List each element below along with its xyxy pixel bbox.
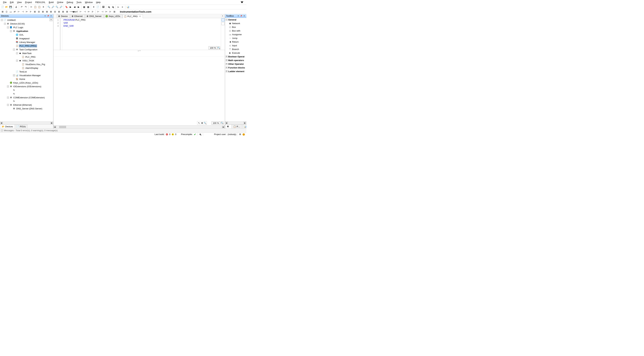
fbd-btn-13[interactable]: ⊞	[49, 10, 53, 13]
fbd-btn-23[interactable]: ⊩	[91, 10, 94, 13]
status-icon-a[interactable]: ⚙	[239, 133, 241, 136]
code-body[interactable]: PROGRAM PLC_PRGVAREND_VAR	[62, 18, 221, 50]
tree-node[interactable]: 🌐GVL	[0, 33, 53, 36]
tree-expand-icon[interactable]: −	[7, 104, 9, 106]
editor-scroll-thumb[interactable]	[59, 126, 66, 128]
code-line[interactable]: END_VAR	[64, 24, 220, 27]
login-button[interactable]: 🔌	[107, 5, 111, 9]
find-button[interactable]: 🔍	[47, 5, 51, 9]
tree-node[interactable]: −🖥COMExtension (COMExtension)	[0, 96, 53, 99]
redo-button[interactable]: ↷	[24, 5, 28, 9]
fbd-btn-20[interactable]: ⊢	[79, 10, 82, 13]
zoom-level-top[interactable]: 100 %	[208, 46, 217, 49]
toolbox-item[interactable]: ▢Box	[225, 25, 246, 29]
panel-pin-icon[interactable]: 📌	[47, 15, 49, 17]
print-button[interactable]: 🖨	[14, 5, 18, 9]
category-expand-icon[interactable]: +	[226, 59, 228, 61]
cut-button[interactable]: ✂	[30, 5, 33, 9]
tree-expand-icon[interactable]: +	[13, 74, 15, 76]
zoom-level-bottom[interactable]: 100 %	[212, 121, 220, 125]
toolbar-btn-b[interactable]: ▦	[86, 5, 90, 9]
tree-node[interactable]: −◆MainTask	[0, 51, 53, 55]
fbd-btn-16[interactable]: ⊞	[61, 10, 65, 13]
zoom-tool-button[interactable]: 🔍	[204, 121, 206, 124]
tree-node[interactable]: 📋AlarmDisplay	[0, 66, 53, 70]
close-icon[interactable]: ✕	[138, 15, 141, 17]
tree-node[interactable]: 📚Library Manager	[0, 40, 53, 44]
fbd-btn-22[interactable]: ⊨	[87, 10, 90, 13]
toolbox-dropdown-icon[interactable]: ▾	[237, 15, 239, 17]
fbd-btn-1[interactable]: ⊞	[1, 10, 4, 13]
editor-tab[interactable]: 📋PLC_PRG✕	[123, 14, 143, 18]
status-gear-icon[interactable]: 🔌	[199, 133, 202, 136]
tbx-scroll-right-icon[interactable]: ▶	[244, 122, 246, 124]
tree-node[interactable]: 📋VisuElems.Visu_Prg	[0, 62, 53, 66]
menu-build[interactable]: Build	[47, 0, 55, 4]
code-line[interactable]: VAR	[64, 21, 220, 24]
panel-dropdown-icon[interactable]: ▾	[44, 15, 46, 17]
tree-node[interactable]: 🏠Home	[0, 77, 53, 81]
tree-node[interactable]: −🖥IOExtensions (IOExtensions)	[0, 84, 53, 88]
panel-close-icon[interactable]: ✕	[50, 15, 52, 17]
toolbox-close-icon[interactable]: ✕	[243, 15, 245, 17]
editor-hscroll[interactable]: ◀ ▶	[54, 125, 225, 128]
fbd-btn-21[interactable]: ⊣	[83, 10, 86, 13]
logout-button[interactable]: 🔌	[111, 5, 115, 9]
fbd-btn-28[interactable]: ⊞	[112, 10, 116, 13]
menu-project[interactable]: Project	[23, 0, 34, 4]
implementation-pane[interactable]: ↖ ✥ 🔍 100 % 🔍	[54, 51, 225, 125]
tree-node[interactable]: −📄Untitled1	[0, 18, 53, 22]
toolbox-category[interactable]: +Function blocks	[225, 66, 246, 69]
copy-button[interactable]: 📋	[34, 5, 37, 9]
menu-file[interactable]: File	[1, 0, 8, 4]
find-replace-button[interactable]: 🔎	[51, 5, 55, 9]
view-textual-button[interactable]	[222, 18, 224, 21]
toolbox-hscroll[interactable]: ◀ ▶	[225, 121, 246, 124]
menu-fbd-ld-il[interactable]: FBD/LD/IL	[34, 0, 47, 4]
bookmark-clear-button[interactable]: ▶	[77, 5, 80, 9]
toolbox-item[interactable]: ▶Execute	[225, 51, 246, 55]
save-button[interactable]: 💾	[9, 5, 12, 9]
start-button[interactable]: ▶	[116, 5, 120, 9]
menu-window[interactable]: Window	[83, 0, 94, 4]
fbd-btn-15[interactable]: ⊞	[57, 10, 61, 13]
menu-view[interactable]: View	[15, 0, 23, 4]
tree-expand-icon[interactable]: −	[7, 97, 9, 98]
menu-debug[interactable]: Debug	[65, 0, 75, 4]
menu-online[interactable]: Online	[55, 0, 65, 4]
toolbox-tab[interactable]: 🛠	[225, 124, 232, 128]
toolbar-btn-f[interactable]: 📊	[126, 5, 130, 9]
category-expand-icon[interactable]: +	[226, 63, 228, 65]
editor-scroll-left-icon[interactable]: ◀	[54, 126, 56, 128]
fbd-btn-8[interactable]: ⊩	[29, 10, 32, 13]
tree-expand-icon[interactable]: −	[4, 23, 6, 25]
toolbox-item[interactable]: →Jump	[225, 36, 246, 40]
toolbar-btn-e[interactable]: 🖼	[102, 5, 105, 9]
category-expand-icon[interactable]: +	[226, 67, 228, 69]
fbd-btn-2[interactable]: ⟨⟩	[5, 10, 8, 13]
tree-node[interactable]: −🖥Device (GC43)	[0, 22, 53, 25]
fbd-btn-10[interactable]: ⊟	[37, 10, 41, 13]
toolbox-category[interactable]: +Ladder element	[225, 69, 246, 73]
tree-node[interactable]: ↯	[0, 92, 53, 96]
fbd-btn-14[interactable]: ⊟	[53, 10, 57, 13]
editor-tab[interactable]: 🖥DNS_Server	[85, 14, 104, 18]
toolbox-item[interactable]: ⎌Input	[225, 44, 246, 47]
paste-button[interactable]: 📋	[38, 5, 41, 9]
fbd-btn-12[interactable]: ⊞	[45, 10, 49, 13]
messages-expand-icon[interactable]: ▪	[1, 129, 3, 131]
tree-expand-icon[interactable]: −	[16, 52, 18, 54]
fbd-btn-6[interactable]: ⊣	[21, 10, 24, 13]
fbd-btn-27[interactable]: ⊩	[108, 10, 112, 13]
toolbox-item[interactable]: ◀Return	[225, 40, 246, 44]
tree-expand-icon[interactable]: −	[7, 26, 9, 28]
editor-tab[interactable]: 🟢Keys_LEDs	[104, 14, 122, 18]
undo-button[interactable]: ↶	[20, 5, 24, 9]
scroll-left-icon[interactable]: ◀	[0, 122, 3, 124]
editor-tab-list-button[interactable]: ▾	[221, 14, 224, 17]
bookmark-next-button[interactable]: ▶	[69, 5, 72, 9]
fbd-btn-5[interactable]: ⊢	[17, 10, 20, 13]
toolbox-item[interactable]: ⊤Branch	[225, 47, 246, 51]
category-expand-icon[interactable]: +	[226, 56, 228, 57]
messages-bar[interactable]: ▪ Messages - Total 0 error(s), 0 warning…	[0, 128, 246, 132]
